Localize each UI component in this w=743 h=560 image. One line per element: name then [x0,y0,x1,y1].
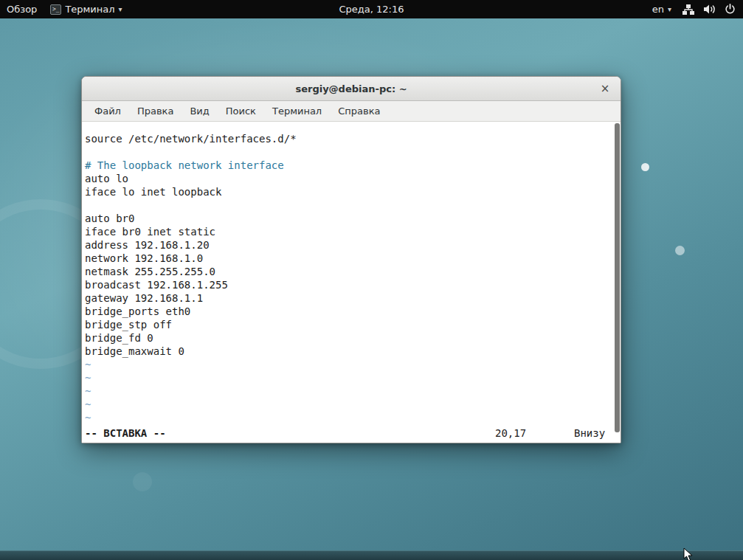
terminal-line: netmask 255.255.255.0 [85,265,610,278]
top-bar: Обзор >_ Терминал ▾ Среда, 12:16 en ▾ [0,0,743,18]
activities-button[interactable]: Обзор [0,0,44,18]
clock[interactable]: Среда, 12:16 [332,4,410,15]
volume-icon [703,4,716,15]
terminal-line: network 192.168.1.0 [85,252,610,265]
terminal-line: bridge_stp off [85,318,610,331]
terminal-line: iface lo inet loopback [85,185,610,198]
terminal-line: iface br0 inet static [85,225,610,238]
vim-mode-indicator: -- ВСТАВКА -- [85,427,166,439]
terminal-line: address 192.168.1.20 [85,238,610,252]
keyboard-layout-indicator[interactable]: en ▾ [646,0,678,18]
terminal-tilde-line: ~ [85,384,610,398]
decorative-dot [675,246,685,255]
power-menu[interactable] [720,0,743,18]
terminal-tilde-line: ~ [85,371,610,384]
decorative-dot [133,472,152,491]
terminal-line [85,198,610,212]
terminal-tilde-line: ~ [85,411,610,424]
close-button[interactable]: × [597,77,613,100]
terminal-line: broadcast 192.168.1.255 [85,278,610,291]
power-icon [725,4,736,15]
terminal-app-icon: >_ [50,4,61,15]
decorative-dot [641,163,649,171]
menu-item-5[interactable]: Справка [330,103,388,120]
menu-item-0[interactable]: Файл [86,103,129,120]
terminal-line: bridge_fd 0 [85,331,610,345]
terminal-line: auto br0 [85,212,610,225]
menu-item-2[interactable]: Вид [182,103,217,120]
terminal-scrollbar[interactable] [615,123,620,432]
menu-item-1[interactable]: Правка [129,103,182,120]
network-indicator[interactable] [678,0,699,18]
app-menu-label: Терминал [65,4,114,15]
chevron-down-icon: ▾ [119,5,122,13]
menu-item-3[interactable]: Поиск [218,103,264,120]
bottom-panel [0,550,743,560]
terminal-content[interactable]: source /etc/network/interfaces.d/* # The… [82,122,621,443]
volume-indicator[interactable] [699,0,720,18]
terminal-window: sergiy@debian-pc: ~ × ФайлПравкаВидПоиск… [81,76,621,443]
terminal-line: gateway 192.168.1.1 [85,291,610,305]
terminal-line: source /etc/network/interfaces.d/* [85,132,610,145]
vim-cursor-position: 20,17 [495,426,526,440]
terminal-line: auto lo [85,172,610,185]
clock-label: Среда, 12:16 [339,4,404,15]
chevron-down-icon: ▾ [668,5,671,13]
terminal-line: bridge_ports eth0 [85,305,610,318]
vim-scroll-indicator: Внизу [574,426,605,440]
keyboard-layout-label: en [652,4,664,15]
app-menu[interactable]: >_ Терминал ▾ [44,0,128,18]
terminal-line: # The loopback network interface [85,159,610,172]
terminal-line: bridge_maxwait 0 [85,345,610,358]
terminal-line [85,145,610,159]
network-icon [682,4,694,15]
terminal-tilde-line: ~ [85,358,610,371]
menu-item-4[interactable]: Терминал [264,103,330,120]
terminal-tilde-line: ~ [85,398,610,411]
activities-label: Обзор [7,4,37,15]
window-title: sergiy@debian-pc: ~ [295,83,407,94]
vim-status-line: -- ВСТАВКА -- 20,17 Внизу [85,426,610,440]
menu-bar: ФайлПравкаВидПоискТерминалСправка [82,101,621,122]
mouse-cursor [683,547,693,560]
window-titlebar[interactable]: sergiy@debian-pc: ~ × [82,77,621,101]
scrollbar-thumb[interactable] [615,123,620,432]
terminal-lines: source /etc/network/interfaces.d/* # The… [85,132,610,424]
